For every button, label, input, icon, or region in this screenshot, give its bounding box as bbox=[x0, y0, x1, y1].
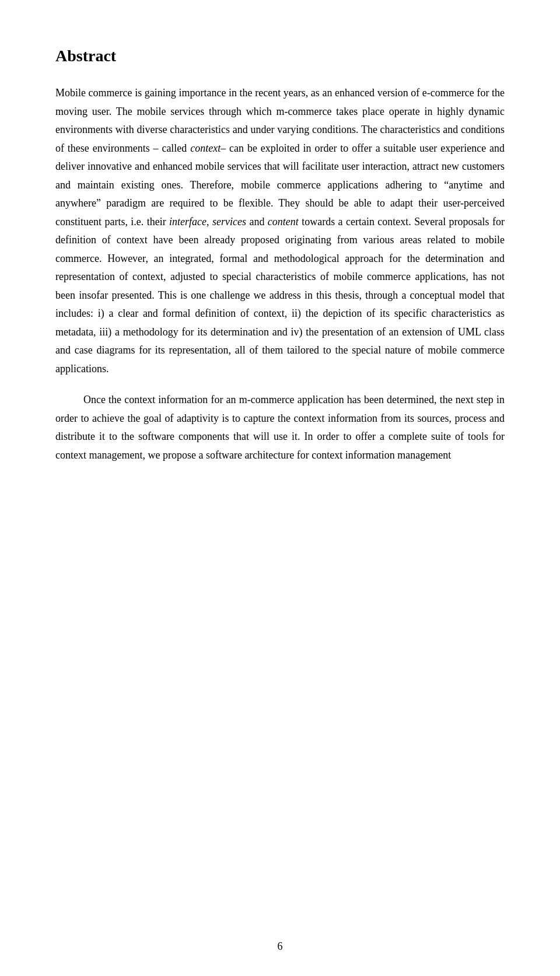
section-title: Abstract bbox=[55, 47, 505, 65]
paragraph-2: Once the context information for an m-co… bbox=[55, 391, 505, 464]
page-number: 6 bbox=[278, 940, 283, 953]
paragraph-1: Mobile commerce is gaining importance in… bbox=[55, 84, 505, 378]
paragraph-indent bbox=[55, 391, 83, 410]
page: Abstract Mobile commerce is gaining impo… bbox=[0, 0, 560, 976]
